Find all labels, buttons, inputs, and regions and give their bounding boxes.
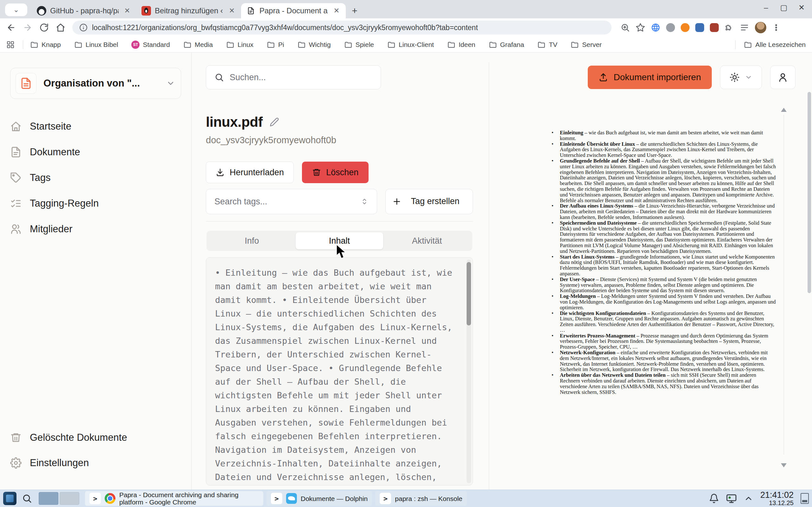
- folder-icon: ST: [74, 41, 83, 49]
- notifications-bell-icon[interactable]: [709, 493, 719, 504]
- browser-tab[interactable]: GitHub - papra-hq/papra: T ✕: [32, 3, 136, 18]
- translate-icon[interactable]: [651, 23, 660, 32]
- sidebar-item-label: Tagging-Regeln: [30, 198, 99, 209]
- bookmark-folder[interactable]: ST Pi: [267, 41, 284, 49]
- url-text[interactable]: localhost:1221/organizations/org_bwfqsti…: [92, 23, 478, 32]
- sidebar-item[interactable]: Startseite: [10, 113, 181, 139]
- preview-scrollbar-track[interactable]: [783, 115, 784, 455]
- clock[interactable]: 21:41:02 13.12.25: [760, 491, 794, 506]
- bookmark-folder[interactable]: ST Spiele: [344, 41, 374, 49]
- task-button[interactable]: > Dokumente — Dolphin: [266, 491, 372, 506]
- extension-icon[interactable]: [710, 23, 719, 32]
- edit-pencil-icon[interactable]: [270, 117, 279, 127]
- pdf-bullet-title: Der User-Space: [560, 276, 595, 282]
- apps-grid-icon[interactable]: [6, 41, 14, 49]
- extension-icon[interactable]: [695, 23, 704, 32]
- sidebar-item[interactable]: Gelöschte Dokumente: [10, 425, 181, 450]
- papra-app: Organisation von "... Startseite: [0, 53, 812, 490]
- pdf-bullet-title: Erweitertes Prozess-Management: [560, 333, 635, 339]
- app-launcher-icon[interactable]: [3, 492, 16, 505]
- tray-expand-chevron-up-icon[interactable]: [744, 494, 753, 503]
- menu-kebab-icon[interactable]: [772, 23, 780, 32]
- sidebar-item[interactable]: Dokumente: [10, 139, 181, 165]
- reload-button[interactable]: [38, 21, 51, 34]
- sidebar-item[interactable]: Einstellungen: [10, 450, 181, 475]
- extension-icon[interactable]: [681, 23, 690, 32]
- page-scrollbar-thumb[interactable]: [808, 92, 811, 293]
- organization-selector[interactable]: Organisation von "...: [10, 68, 181, 99]
- bookmark-folder[interactable]: ST Standard: [131, 41, 170, 49]
- pdf-bullet-item: Der Aufbau eines Linux-Systems – die Lin…: [550, 203, 777, 220]
- browser-tab[interactable]: Papra - Document archiving ✕: [241, 3, 346, 18]
- browser-tab[interactable]: Beitrag hinzufügen ‹ Linux- ✕: [136, 3, 241, 18]
- pdf-bullet-title: Arbeiten über das Netzwerk und Dateien t…: [560, 372, 665, 378]
- sidebar-item-label: Gelöschte Dokumente: [30, 432, 127, 443]
- download-button[interactable]: Herunterladen: [206, 162, 294, 183]
- all-bookmarks[interactable]: Alle Lesezeichen: [732, 40, 806, 49]
- toolbar-actions: [620, 22, 780, 33]
- reading-list-icon[interactable]: [740, 23, 749, 32]
- tab-search-button[interactable]: ⌄: [5, 3, 27, 16]
- close-window-button[interactable]: ✕: [797, 3, 806, 12]
- extension-icon[interactable]: [666, 23, 675, 32]
- task-button[interactable]: > papra : zsh — Konsole: [375, 491, 467, 506]
- folder-icon: ST: [387, 41, 396, 49]
- tab-close-icon[interactable]: ✕: [332, 6, 341, 15]
- bookmark-folder[interactable]: ST Wichtig: [298, 41, 331, 49]
- user-menu-button[interactable]: [770, 66, 796, 89]
- divider: [735, 40, 735, 49]
- document-tab[interactable]: Aktivität: [383, 232, 471, 249]
- sidebar-item-icon: [10, 223, 21, 235]
- search-input[interactable]: Suchen...: [206, 65, 381, 89]
- home-button[interactable]: [54, 21, 67, 34]
- bookmark-folder[interactable]: ST Linux: [226, 41, 253, 49]
- bookmark-folder[interactable]: ST Ideen: [447, 41, 475, 49]
- document-tab[interactable]: Info: [208, 232, 296, 249]
- new-tab-button[interactable]: +: [348, 4, 361, 17]
- arrow-left-icon: [6, 23, 16, 32]
- screenshare-icon[interactable]: [726, 493, 737, 504]
- tab-close-icon[interactable]: ✕: [227, 6, 237, 15]
- create-tag-button[interactable]: Tag erstellen: [386, 189, 473, 214]
- all-bookmarks-label: Alle Lesezeichen: [755, 41, 806, 49]
- tab-close-icon[interactable]: ✕: [122, 6, 132, 15]
- bookmark-folder[interactable]: ST TV: [537, 41, 557, 49]
- bookmark-folder[interactable]: ST Knapp: [30, 41, 61, 49]
- content-scrollbar-thumb[interactable]: [467, 262, 471, 326]
- bookmark-star-icon[interactable]: [636, 23, 645, 32]
- sidebar-item[interactable]: Tagging-Regeln: [10, 190, 181, 216]
- back-button[interactable]: [4, 21, 18, 34]
- scroll-down-arrow-icon[interactable]: [781, 463, 786, 467]
- sidebar-item[interactable]: Mitglieder: [10, 216, 181, 242]
- scroll-up-arrow-icon[interactable]: [781, 108, 786, 112]
- forward-button[interactable]: [21, 21, 34, 34]
- desktop-2[interactable]: [60, 492, 79, 505]
- site-info-icon[interactable]: [79, 23, 88, 32]
- bookmark-label: Wichtig: [309, 41, 331, 49]
- search-tags-select[interactable]: Search tags...: [206, 189, 377, 214]
- bookmark-folder[interactable]: ST Linux Bibel: [74, 41, 118, 49]
- document-content-textarea[interactable]: • Einleitung – wie das Buch aufgebaut is…: [206, 257, 473, 486]
- bookmark-folder[interactable]: ST Media: [183, 41, 213, 49]
- desktop-1[interactable]: [39, 492, 58, 505]
- pdf-bullet-item: Speichermedien und Dateisysteme – die un…: [550, 220, 777, 254]
- address-bar[interactable]: localhost:1221/organizations/org_bwfqsti…: [72, 20, 612, 35]
- document-title: linux.pdf: [206, 114, 263, 130]
- document-tab-label: Aktivität: [412, 236, 442, 246]
- theme-toggle-button[interactable]: [720, 66, 762, 89]
- extensions-puzzle-icon[interactable]: [724, 23, 734, 32]
- minimize-button[interactable]: –: [761, 3, 771, 12]
- taskbar-search-icon[interactable]: [21, 493, 33, 504]
- maximize-button[interactable]: ▢: [779, 3, 789, 12]
- zoom-icon[interactable]: [620, 23, 630, 32]
- import-document-button[interactable]: Dokument importieren: [588, 66, 712, 89]
- delete-button[interactable]: Löschen: [302, 162, 368, 183]
- sidebar-item[interactable]: Tags: [10, 165, 181, 190]
- bookmark-label: Server: [582, 41, 602, 49]
- bookmark-folder[interactable]: ST Linux-Client: [387, 41, 434, 49]
- show-desktop-button[interactable]: [801, 493, 809, 504]
- profile-avatar[interactable]: [755, 22, 766, 33]
- bookmark-folder[interactable]: ST Grafana: [489, 41, 524, 49]
- bookmark-folder[interactable]: ST Server: [571, 41, 602, 49]
- task-button[interactable]: > Papra - Document archiving and sharing…: [85, 491, 263, 506]
